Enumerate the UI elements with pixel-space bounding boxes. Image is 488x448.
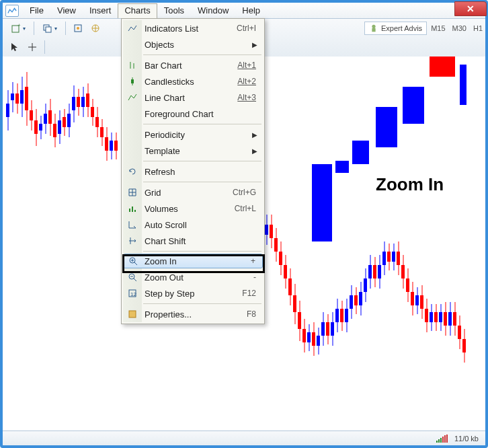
candle: [321, 312, 325, 346]
menu-foreground-chart[interactable]: Foreground Chart: [123, 106, 263, 122]
zoom-out-icon: [126, 270, 139, 284]
menu-help[interactable]: Help: [235, 3, 267, 17]
candle: [387, 244, 391, 270]
tf-m30[interactable]: M30: [450, 24, 469, 32]
candle: [298, 301, 301, 341]
candle: [114, 133, 118, 159]
candle: [67, 104, 71, 137]
menu-indicators-list[interactable]: Indicators ListCtrl+I: [123, 20, 263, 36]
profiles-button[interactable]: ▾: [38, 21, 61, 36]
line-chart-icon: [126, 91, 139, 104]
menu-chart-shift[interactable]: Chart Shift: [123, 233, 263, 249]
step-icon: 12: [126, 287, 139, 300]
candle: [270, 215, 273, 248]
bar-chart-icon: [126, 59, 139, 72]
menu-auto-scroll[interactable]: Auto Scroll: [123, 217, 263, 233]
new-chart-button[interactable]: +▾: [7, 21, 30, 36]
candle: [425, 299, 428, 332]
refresh-icon: [126, 165, 139, 178]
svg-rect-32: [129, 311, 136, 318]
menu-window[interactable]: Window: [191, 3, 235, 17]
candle: [110, 133, 113, 159]
candle: [20, 77, 24, 117]
menu-zoom-in[interactable]: Zoom In+: [123, 254, 263, 268]
candle: [11, 82, 14, 112]
candle: [411, 282, 414, 315]
menu-step-by-step[interactable]: 12 Step by StepF12: [123, 285, 263, 301]
menu-volumes[interactable]: VolumesCtrl+L: [123, 200, 263, 217]
menu-view[interactable]: View: [50, 3, 83, 17]
menu-tools[interactable]: Tools: [157, 3, 191, 17]
menu-objects[interactable]: Objects▶: [123, 36, 263, 52]
market-watch-button[interactable]: [70, 21, 86, 36]
candle: [392, 244, 395, 270]
submenu-arrow-icon: ▶: [252, 41, 257, 48]
svg-rect-3: [46, 27, 51, 32]
menu-refresh[interactable]: Refresh: [123, 163, 263, 180]
navigator-button[interactable]: [87, 21, 104, 36]
cursor-tool[interactable]: [7, 40, 23, 54]
candle: [25, 72, 28, 126]
candle: [265, 215, 268, 245]
menu-charts[interactable]: Charts: [118, 3, 157, 18]
close-button[interactable]: ✕: [454, 1, 487, 16]
menu-template[interactable]: Template▶: [123, 143, 263, 159]
connection-signal-icon: [436, 435, 448, 443]
menu-properties[interactable]: Properties...F8: [123, 306, 263, 322]
menu-file[interactable]: File: [23, 3, 50, 17]
submenu-arrow-icon: ▶: [252, 147, 257, 155]
expert-label: Expert Advis: [381, 24, 422, 32]
candle: [430, 304, 433, 331]
candle: [415, 287, 419, 314]
candle: [312, 322, 315, 356]
grid-icon: [126, 186, 139, 199]
candle: [448, 302, 452, 336]
candle: [39, 116, 42, 139]
volumes-icon: [126, 202, 139, 215]
candle: [439, 304, 442, 331]
tf-h1[interactable]: H1: [471, 24, 485, 32]
crosshair-tool[interactable]: [24, 40, 40, 54]
candle: [397, 241, 400, 275]
candle: [406, 268, 409, 302]
candle: [77, 89, 80, 116]
candle: [453, 302, 456, 336]
candle: [373, 257, 376, 287]
candle: [274, 228, 278, 262]
menu-insert[interactable]: Insert: [83, 3, 118, 17]
candle: [105, 127, 108, 161]
menu-candlesticks[interactable]: CandlesticksAlt+2: [123, 73, 263, 89]
tf-m15[interactable]: M15: [428, 24, 448, 32]
candle: [44, 104, 47, 134]
candle: [401, 255, 405, 289]
expert-advisors-button[interactable]: Expert Advis: [364, 22, 427, 35]
indicators-icon: [126, 22, 139, 35]
candle: [279, 241, 282, 275]
candle: [6, 90, 9, 130]
candle: [72, 85, 75, 122]
menu-grid[interactable]: GridCtrl+G: [123, 184, 263, 200]
candle: [95, 107, 99, 137]
candle: [34, 109, 38, 146]
submenu-arrow-icon: ▶: [252, 131, 257, 139]
svg-point-9: [372, 25, 375, 28]
menu-zoom-out[interactable]: Zoom Out-: [123, 269, 263, 285]
menu-bar-chart[interactable]: Bar ChartAlt+1: [123, 57, 263, 73]
candle-big: [403, 87, 424, 124]
menu-periodicity[interactable]: Periodicity▶: [123, 126, 263, 143]
candle: [364, 268, 367, 302]
menu-line-chart[interactable]: Line ChartAlt+3: [123, 89, 263, 106]
candle: [331, 312, 334, 346]
properties-icon: [126, 307, 139, 321]
expert-icon: [369, 24, 378, 33]
candle: [458, 315, 461, 349]
app-icon: [5, 5, 19, 17]
candle-big: [460, 65, 466, 105]
candle: [284, 255, 287, 289]
candle: [317, 328, 320, 354]
candle: [420, 285, 423, 319]
candle: [368, 255, 372, 289]
candle: [378, 255, 381, 289]
charts-dropdown: Indicators ListCtrl+I Objects▶ Bar Chart…: [121, 18, 265, 324]
candle: [58, 110, 61, 144]
